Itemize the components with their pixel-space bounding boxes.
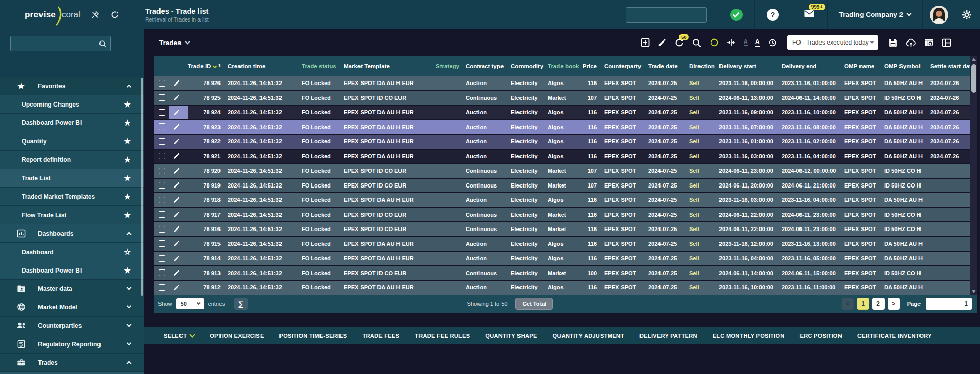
column-trade-id[interactable]: Trade ID1 <box>188 63 228 69</box>
column-settle-start-date[interactable]: Settle start date <box>930 63 970 69</box>
table-row[interactable]: 78 915 2024-11-26, 14:51:32 FO Locked EP… <box>154 237 970 252</box>
row-checkbox[interactable] <box>154 222 169 236</box>
unpin-menu-icon[interactable] <box>91 10 100 19</box>
collapse-columns-button[interactable] <box>727 38 736 47</box>
sidebar-item[interactable]: Traded Market Templates <box>0 188 144 206</box>
bottom-tab[interactable]: TRADE FEE RULES <box>415 333 470 339</box>
scroll-up-icon[interactable] <box>972 58 976 61</box>
row-checkbox[interactable] <box>154 193 169 207</box>
column-trade-status[interactable]: Trade status <box>302 63 344 69</box>
row-checkbox[interactable] <box>154 237 169 251</box>
sidebar-search-input[interactable] <box>11 40 98 47</box>
bottom-tab[interactable]: TRADE FEES <box>362 333 399 339</box>
column-trade-book[interactable]: Trade book <box>548 63 581 69</box>
bottom-tab[interactable]: CERTIFICATE INVENTORY <box>857 333 932 339</box>
table-row[interactable]: 78 922 2024-11-26, 14:51:32 FO Locked EP… <box>154 135 970 150</box>
sidebar-section-favorites[interactable]: Favorites <box>0 77 144 95</box>
page-size-select[interactable]: 50 <box>176 298 204 309</box>
favorite-star-icon[interactable] <box>124 248 131 256</box>
row-checkbox[interactable] <box>154 164 169 178</box>
column-omp-symbol[interactable]: OMP Symbol <box>884 63 930 69</box>
row-edit-button[interactable] <box>169 208 188 222</box>
settings-button[interactable] <box>962 10 972 20</box>
bottom-tab[interactable]: ELC MONTHLY POSITION <box>713 333 785 339</box>
row-edit-button[interactable] <box>169 237 188 251</box>
sidebar-section-trades[interactable]: Trades <box>0 354 144 372</box>
row-edit-button[interactable] <box>169 193 188 207</box>
user-avatar[interactable] <box>930 6 948 24</box>
row-checkbox[interactable] <box>154 281 169 295</box>
bottom-tab[interactable]: DELIVERY PATTERN <box>639 333 697 339</box>
scrollbar-thumb[interactable] <box>971 64 976 93</box>
column-strategy[interactable]: Strategy <box>436 63 466 69</box>
page-2-button[interactable]: 2 <box>872 298 885 310</box>
table-row[interactable]: 78 914 2024-11-26, 14:51:32 FO Locked EP… <box>154 252 970 266</box>
column-delivery-end[interactable]: Delivery end <box>782 63 844 69</box>
bottom-tab[interactable]: QUANTITY SHAPE <box>485 333 537 339</box>
global-search-input[interactable] <box>626 11 712 18</box>
sidebar-item[interactable]: Report definition <box>0 151 144 169</box>
status-check-icon[interactable] <box>730 8 743 22</box>
messages-button[interactable]: 999+ <box>804 9 815 20</box>
sidebar-item[interactable]: Dashboard <box>0 243 144 261</box>
column-creation-time[interactable]: Creation time <box>228 63 302 69</box>
row-checkbox[interactable] <box>154 266 169 280</box>
clear-filters-button[interactable] <box>709 38 719 48</box>
search-toggle-button[interactable] <box>692 38 702 48</box>
sidebar-section-master-data[interactable]: Master data <box>0 280 144 298</box>
table-row[interactable]: 78 923 2024-11-26, 14:51:32 FO Locked EP… <box>154 120 970 135</box>
reset-history-button[interactable] <box>768 38 777 48</box>
row-edit-button[interactable] <box>169 106 188 119</box>
sidebar-scrollbar[interactable] <box>141 78 143 296</box>
favorite-star-icon[interactable] <box>124 119 131 127</box>
next-page-button[interactable]: > <box>888 298 900 310</box>
table-row[interactable]: 78 916 2024-11-26, 14:51:32 FO Locked EP… <box>154 222 970 237</box>
row-checkbox[interactable] <box>154 150 169 163</box>
page-1-button[interactable]: 1 <box>857 298 869 310</box>
refresh-menu-icon[interactable] <box>110 10 119 19</box>
row-edit-button[interactable] <box>169 164 188 178</box>
row-checkbox[interactable] <box>154 252 169 265</box>
column-market-template[interactable]: Market Template <box>344 63 436 69</box>
row-edit-button[interactable] <box>169 281 188 295</box>
help-button[interactable]: ? <box>766 8 779 22</box>
favorite-star-icon[interactable] <box>124 193 131 200</box>
page-number-input[interactable] <box>926 298 972 310</box>
favorite-star-icon[interactable] <box>124 211 131 219</box>
prev-page-button[interactable]: < <box>842 298 854 310</box>
row-checkbox[interactable] <box>154 135 169 149</box>
column-trade-date[interactable]: Trade date <box>648 63 689 69</box>
table-row[interactable]: 78 919 2024-11-26, 14:51:32 FO Locked EP… <box>154 179 970 194</box>
sidebar-section-market-model[interactable]: Market Model <box>0 298 144 317</box>
row-checkbox[interactable] <box>154 120 169 134</box>
sidebar-item[interactable]: Quantity <box>0 132 144 151</box>
row-edit-button[interactable] <box>169 150 188 163</box>
favorite-star-icon[interactable] <box>124 174 131 182</box>
table-row[interactable]: 78 925 2024-11-26, 14:51:32 FO Locked EP… <box>154 91 970 106</box>
sidebar-item[interactable]: Dashboard Power BI <box>0 114 144 132</box>
row-edit-button[interactable] <box>169 91 188 105</box>
bottom-tab[interactable]: QUANTITY ADJUSTMENT <box>553 333 625 339</box>
row-edit-button[interactable] <box>169 179 188 193</box>
column-delivery-start[interactable]: Delivery start <box>719 63 782 69</box>
row-edit-button[interactable] <box>169 266 188 280</box>
save-view-button[interactable] <box>888 38 898 48</box>
table-row[interactable]: 78 917 2024-11-26, 14:51:32 FO Locked EP… <box>154 208 970 223</box>
favorite-star-icon[interactable] <box>124 266 131 274</box>
sidebar-section-dashboards[interactable]: Dashboards <box>0 224 144 243</box>
table-row[interactable]: 78 924 2024-11-26, 14:51:32 FO Locked EP… <box>154 106 970 120</box>
sum-button[interactable]: ∑ <box>234 298 248 310</box>
row-edit-button[interactable] <box>169 135 188 149</box>
table-row[interactable]: 78 912 2024-11-26, 14:51:32 FO Locked EP… <box>154 281 970 296</box>
row-checkbox[interactable] <box>154 106 169 119</box>
cloud-upload-button[interactable] <box>906 38 916 48</box>
bottom-tab[interactable]: SELECT <box>164 333 194 339</box>
bottom-tab[interactable]: POSITION TIME-SERIES <box>279 333 347 339</box>
get-total-button[interactable]: Get Total <box>515 298 553 310</box>
refresh-button[interactable]: 50 <box>674 38 684 48</box>
edit-button[interactable] <box>657 38 667 47</box>
sidebar-item[interactable]: Flow Trade List <box>0 206 144 224</box>
text-size-button[interactable]: A <box>755 38 760 47</box>
row-edit-button[interactable] <box>169 76 188 90</box>
table-row[interactable]: 78 918 2024-11-26, 14:51:32 FO Locked EP… <box>154 193 970 208</box>
